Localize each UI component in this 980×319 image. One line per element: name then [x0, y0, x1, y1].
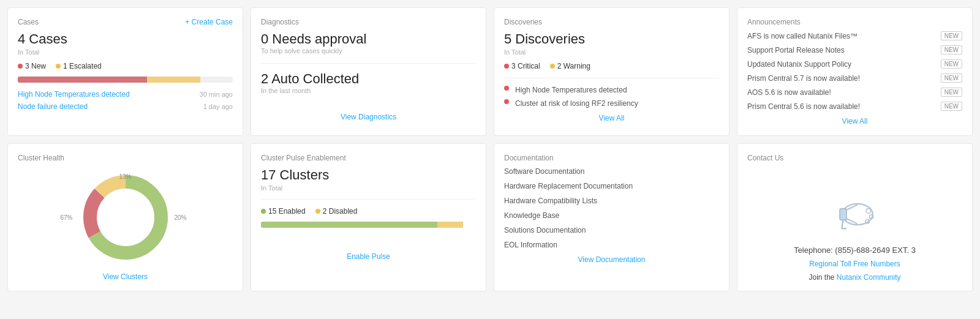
announcement-3: Updated Nutanix Support Policy NEW: [747, 59, 962, 69]
yellow-dot: [315, 209, 320, 214]
enabled-badge: 15 Enabled: [261, 207, 306, 216]
view-clusters-link[interactable]: View Clusters: [18, 272, 233, 281]
new-badge-5: NEW: [941, 88, 962, 97]
case-time-1: 30 min ago: [200, 91, 233, 98]
cases-count: 4 Cases: [18, 31, 233, 47]
announcement-text-1: AFS is now called Nutanix Files™: [747, 32, 858, 40]
diagnostics-card: Diagnostics 0 Needs approval To help sol…: [251, 7, 486, 136]
new-badge-2: NEW: [941, 45, 962, 54]
cases-card: Cases + Create Case 4 Cases In Total 3 N…: [7, 7, 243, 136]
auto-collected-section: 2 Auto Collected In the last month: [261, 71, 476, 94]
donut-label-67: 67%: [61, 214, 73, 221]
cases-escalated-badge: 1 Escalated: [56, 62, 102, 70]
cluster-pulse-title: Cluster Pulse Enablement: [261, 154, 476, 162]
doc-item-1[interactable]: Software Documentation: [504, 167, 719, 176]
pulse-progress-green: [261, 222, 437, 228]
view-documentation-link[interactable]: View Documentation: [504, 255, 719, 264]
cases-list: High Node Temperatures detected 30 min a…: [18, 90, 233, 111]
case-time-2: 1 day ago: [203, 103, 233, 110]
red-dot-item1: [504, 86, 509, 91]
discovery-text-2: Cluster at risk of losing RF2 resiliency: [515, 99, 638, 108]
documentation-card: Documentation Software Documentation Har…: [494, 143, 729, 291]
discoveries-badges: 3 Critical 2 Warning: [504, 62, 719, 70]
dashboard: Cases + Create Case 4 Cases In Total 3 N…: [0, 0, 980, 299]
disabled-badge: 2 Disabled: [315, 207, 358, 216]
community-link[interactable]: Nutanix Community: [837, 273, 901, 282]
progress-yellow: [147, 77, 201, 83]
discovery-text-1: High Node Temperatures detected: [515, 86, 627, 94]
cases-badges: 3 New 1 Escalated: [18, 62, 233, 70]
contact-us-card: Contact Us Telephone: (855)-688-2649 EXT…: [737, 143, 973, 291]
documentation-list: Software Documentation Hardware Replacem…: [504, 167, 719, 249]
case-link-1[interactable]: High Node Temperatures detected: [18, 90, 130, 99]
green-dot: [261, 209, 266, 214]
new-badge-3: NEW: [941, 59, 962, 69]
auto-collected-desc: In the last month: [261, 87, 476, 94]
announcement-1: AFS is now called Nutanix Files™ NEW: [747, 31, 962, 40]
yellow-dot: [56, 64, 61, 69]
warning-badge: 2 Warning: [550, 62, 590, 70]
documentation-title: Documentation: [504, 154, 719, 162]
cases-total-label: In Total: [18, 48, 233, 56]
case-link-2[interactable]: Node failure detected: [18, 102, 88, 111]
enable-pulse-link[interactable]: Enable Pulse: [261, 252, 476, 261]
svg-point-9: [865, 208, 870, 213]
cluster-pulse-card: Cluster Pulse Enablement 17 Clusters In …: [251, 143, 486, 291]
doc-item-6[interactable]: EOL Information: [504, 241, 719, 249]
announcement-text-5: AOS 5.6 is now available!: [747, 88, 831, 97]
diag-divider: [261, 63, 476, 64]
doc-item-5[interactable]: Solutions Documentation: [504, 226, 719, 235]
contact-us-title: Contact Us: [747, 154, 962, 162]
discoveries-card: Discoveries 5 Discoveries In Total 3 Cri…: [494, 7, 729, 136]
megaphone-icon: [831, 193, 880, 236]
red-dot: [18, 64, 23, 69]
contact-body: Telephone: (855)-688-2649 EXT. 3 Regiona…: [747, 167, 962, 295]
doc-item-4[interactable]: Knowledge Base: [504, 211, 719, 220]
create-case-link[interactable]: + Create Case: [185, 18, 233, 26]
join-label: Join the: [809, 273, 834, 282]
discovery-item-1: High Node Temperatures detected: [504, 86, 719, 94]
doc-item-2[interactable]: Hardware Replacement Documentation: [504, 182, 719, 190]
donut-label-20: 20%: [174, 214, 186, 221]
announcements-list: AFS is now called Nutanix Files™ NEW Sup…: [747, 31, 962, 111]
view-diagnostics-link[interactable]: View Diagnostics: [261, 113, 476, 121]
contact-phone: Telephone: (855)-688-2649 EXT. 3: [794, 246, 916, 255]
pulse-progress-yellow: [437, 222, 463, 228]
new-badge-1: NEW: [941, 31, 962, 40]
auto-collected-count: 2 Auto Collected: [261, 71, 476, 87]
red-dot: [504, 64, 509, 69]
cluster-health-title: Cluster Health: [18, 154, 233, 162]
cluster-pulse-label: In Total: [261, 184, 476, 192]
svg-line-7: [842, 220, 843, 228]
announcements-view-all-link[interactable]: View All: [747, 117, 962, 126]
needs-approval-count: 0 Needs approval: [261, 31, 476, 47]
cluster-health-donut: 13% 20% 67%: [77, 168, 175, 266]
announcement-text-4: Prism Central 5.7 is now available!: [747, 74, 860, 83]
announcement-4: Prism Central 5.7 is now available! NEW: [747, 73, 962, 83]
announcement-text-2: Support Portal Release Notes: [747, 46, 845, 54]
discoveries-title: Discoveries: [504, 18, 719, 26]
cluster-pulse-count: 17 Clusters: [261, 167, 476, 183]
announcements-card: Announcements AFS is now called Nutanix …: [737, 7, 973, 136]
announcement-text-6: Prism Central 5.6 is now available!: [747, 102, 860, 111]
red-dot-item2: [504, 99, 509, 104]
cluster-health-card: Cluster Health 13% 20% 67% View Clusters: [7, 143, 243, 291]
toll-free-link[interactable]: Regional Toll Free Numbers: [809, 260, 900, 268]
critical-badge: 3 Critical: [504, 62, 540, 70]
diagnostics-title: Diagnostics: [261, 18, 476, 26]
doc-item-3[interactable]: Hardware Compatibility Lists: [504, 197, 719, 205]
announcement-6: Prism Central 5.6 is now available! NEW: [747, 102, 962, 111]
announcement-text-3: Updated Nutanix Support Policy: [747, 60, 851, 69]
pulse-progress-bar: [261, 222, 476, 228]
cases-new-badge: 3 New: [18, 62, 46, 70]
discoveries-view-all-link[interactable]: View All: [504, 114, 719, 122]
discovery-item-2: Cluster at risk of losing RF2 resiliency: [504, 99, 719, 108]
donut-svg: [77, 168, 175, 266]
announcement-5: AOS 5.6 is now available! NEW: [747, 88, 962, 97]
new-badge-4: NEW: [941, 73, 962, 83]
svg-rect-4: [840, 208, 846, 220]
discoveries-count: 5 Discoveries: [504, 31, 719, 47]
cases-progress-bar: [18, 77, 233, 83]
disc-divider: [504, 78, 719, 78]
donut-label-13: 13%: [119, 173, 131, 180]
